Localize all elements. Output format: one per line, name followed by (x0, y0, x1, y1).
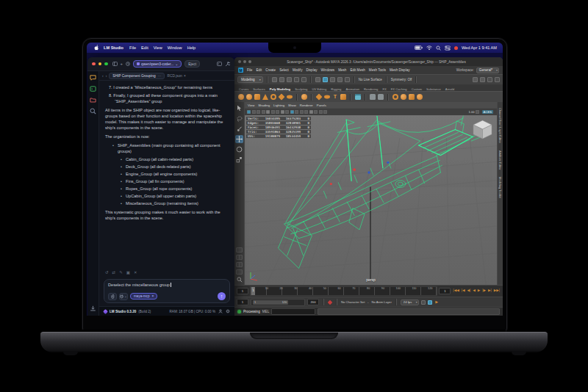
save-scene-icon[interactable] (287, 77, 292, 82)
film-gate-icon[interactable] (285, 110, 289, 114)
downloads-icon[interactable] (90, 305, 96, 312)
grid-toggle-icon[interactable] (281, 110, 284, 114)
model-selector-dropdown[interactable]: qwen/qwen3-coder... ⌄ (133, 60, 182, 68)
poly-cone-icon[interactable] (262, 94, 268, 100)
tab-menu-icon[interactable]: ··· (158, 74, 162, 78)
motion-blur-icon[interactable] (319, 110, 323, 114)
next-key-button[interactable]: |▶ (481, 289, 487, 293)
maya-menu-windows[interactable]: Windows (321, 68, 335, 72)
previous-key-button[interactable]: ◀| (466, 289, 471, 293)
battery-icon[interactable] (415, 46, 423, 50)
fps-dropdown[interactable]: 24 fps (401, 300, 419, 305)
go-to-end-button[interactable]: ▶▶| (493, 289, 501, 293)
menu-set-dropdown[interactable]: Modeling (237, 76, 263, 83)
paint-select-tool-icon[interactable] (235, 125, 243, 133)
range-start-handle[interactable]: 1 (254, 301, 256, 304)
close-window-button[interactable] (92, 62, 96, 66)
recording-indicator-icon[interactable] (454, 46, 458, 50)
tab-ship-component-grouping[interactable]: SHIP Component Grouping ··· (109, 73, 165, 79)
layout-outliner-icon[interactable] (236, 269, 243, 275)
anim-layer-dropdown[interactable]: No Anim Layer (371, 300, 391, 304)
play-button[interactable]: ▶ (477, 289, 481, 293)
user-icon[interactable] (218, 309, 223, 313)
anti-alias-icon[interactable] (323, 110, 327, 114)
mute-playback-icon[interactable] (421, 300, 426, 305)
layout-two-pane-icon[interactable] (236, 255, 243, 260)
image-plane-icon[interactable] (266, 110, 270, 114)
image-plane-icon[interactable] (340, 94, 346, 100)
select-camera-icon[interactable] (247, 110, 251, 114)
poly-torus-icon[interactable] (270, 94, 276, 100)
chat-input-card[interactable]: Deselect the miscellaneous group (104, 279, 230, 303)
current-frame-field[interactable]: 1 (439, 288, 451, 294)
animation-end-field[interactable]: 200 (307, 299, 319, 305)
select-tool-icon[interactable] (235, 104, 243, 112)
step-back-button[interactable]: |◀ (461, 289, 466, 293)
remove-mcp-icon[interactable]: × (151, 294, 154, 298)
attach-file-button[interactable] (108, 293, 117, 300)
ship-wireframe[interactable] (279, 116, 490, 269)
poly-plane-icon[interactable] (254, 94, 260, 100)
maya-menu-mesh-display[interactable]: Mesh Display (390, 68, 410, 72)
layout-single-pane-icon[interactable] (236, 247, 243, 253)
move-tool-icon[interactable] (235, 135, 243, 143)
measure-distance-icon[interactable] (370, 94, 376, 100)
close-window-button[interactable] (238, 60, 241, 63)
chat-input-field[interactable]: Deselect the miscellaneous group (108, 283, 226, 287)
auto-keyframe-icon[interactable] (328, 300, 333, 305)
terminal-icon[interactable] (217, 62, 222, 66)
developer-nav-icon[interactable] (90, 86, 96, 92)
play-backwards-button[interactable]: ◀ (472, 289, 476, 293)
maya-menu-select[interactable]: Select (279, 68, 289, 72)
ao-toggle-icon[interactable] (314, 110, 318, 114)
character-set-dropdown[interactable]: No Character Set (341, 300, 365, 304)
camera-attributes-icon[interactable] (257, 110, 260, 114)
menu-help[interactable]: Help (187, 46, 196, 50)
range-slider-track[interactable]: 1 120 (251, 299, 305, 306)
layout-four-pane-icon[interactable] (236, 262, 243, 267)
poly-cube-icon[interactable] (246, 94, 252, 100)
panel-menu-shading[interactable]: Shading (258, 104, 270, 107)
mel-command-input[interactable] (271, 308, 315, 315)
maya-menu-mesh-tools[interactable]: Mesh Tools (369, 68, 386, 72)
locator-blue-icon[interactable] (368, 171, 370, 173)
maya-logo-icon[interactable]: M (238, 68, 243, 73)
range-end-handle[interactable]: 120 (282, 301, 287, 304)
new-chat-icon[interactable]: + (121, 62, 123, 66)
playblast-icon[interactable]: ▶ (434, 300, 439, 304)
panel-menu-view[interactable]: View (248, 104, 254, 107)
maya-mcp-pill[interactable]: maya-mcp × (130, 293, 157, 300)
open-scene-icon[interactable] (279, 77, 284, 82)
menu-window[interactable]: Window (168, 46, 182, 50)
poly-sphere-icon[interactable] (238, 94, 244, 100)
zoom-window-button[interactable] (104, 62, 108, 66)
plugins-button[interactable]: ⌄ (119, 293, 128, 300)
regenerate-icon[interactable]: ↺ (105, 270, 109, 275)
hypershade-icon[interactable] (495, 77, 500, 82)
lasso-tool-icon[interactable] (235, 115, 243, 123)
oversampling-icon[interactable] (276, 110, 279, 114)
history-icon[interactable] (126, 62, 130, 66)
menu-bar-clock[interactable]: Wed Apr 1 9:41 AM (462, 46, 497, 50)
graph-editor-icon[interactable] (428, 300, 432, 305)
snap-to-point-icon[interactable] (330, 77, 335, 82)
active-app-name[interactable]: LM Studio (104, 46, 123, 50)
chat-transcript[interactable]: 7. I created a “Miscellaneous_Group” for… (99, 81, 234, 268)
maya-menu-create[interactable]: Create (265, 68, 276, 72)
symmetry-status[interactable]: Symmetry: Off (391, 78, 412, 81)
nav-forward-icon[interactable]: › (106, 73, 107, 78)
panel-menu-lighting[interactable]: Lighting (273, 104, 284, 107)
zoom-window-button[interactable] (248, 60, 251, 63)
exposure-value[interactable]: 1.00 (468, 110, 474, 114)
snap-to-plane-icon[interactable] (337, 77, 343, 82)
combine-icon[interactable] (409, 94, 415, 100)
poly-pyramid-icon[interactable] (278, 93, 284, 100)
tab-modeling-toolkit[interactable]: Modeling Toolkit (498, 177, 502, 198)
chat-nav-icon[interactable] (90, 75, 96, 81)
copy-icon[interactable]: ▣ (126, 270, 130, 275)
measure-angle-icon[interactable] (378, 94, 384, 100)
bookmark-icon[interactable] (262, 110, 265, 114)
locator-blue-icon[interactable] (387, 161, 389, 164)
timeline-ruler[interactable]: 1 010 2030 4050 6070 8090 100110 120 (250, 286, 437, 296)
locator-red-icon[interactable] (330, 183, 332, 185)
